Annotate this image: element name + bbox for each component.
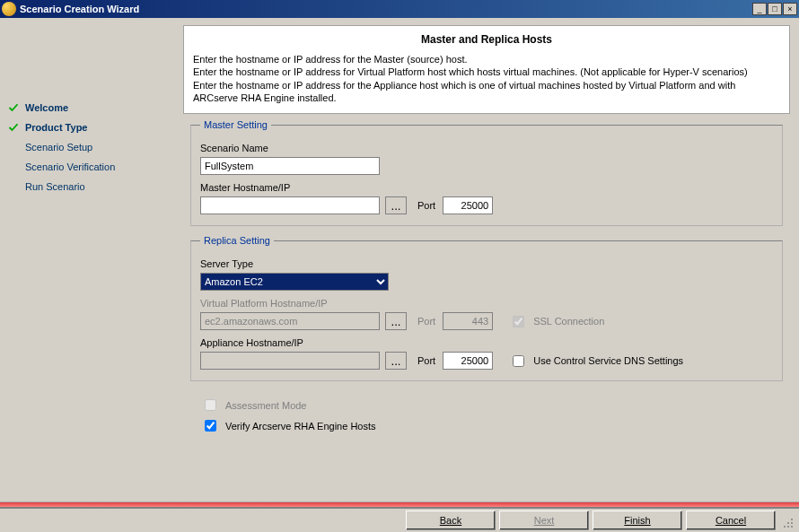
server-type-select[interactable]: Amazon EC2 — [200, 273, 389, 291]
verify-checkbox[interactable] — [205, 420, 216, 432]
app-browse-button[interactable]: ... — [385, 352, 407, 370]
master-legend: Master Setting — [200, 119, 271, 130]
replica-legend: Replica Setting — [200, 235, 274, 246]
vp-hostname-input — [200, 312, 380, 330]
scenario-name-label: Scenario Name — [200, 143, 773, 153]
sidebar-item-run-scenario: Run Scenario — [7, 178, 183, 196]
instruction-line: Enter the hostname or IP address for the… — [193, 53, 780, 65]
assessment-checkbox — [205, 399, 216, 411]
master-port-input[interactable] — [443, 196, 493, 214]
page-title: Master and Replica Hosts — [193, 33, 780, 46]
svg-point-4 — [787, 526, 789, 528]
app-hostname-label: Appliance Hostname/IP — [200, 337, 773, 348]
master-setting-group: Master Setting Scenario Name Master Host… — [190, 119, 783, 226]
ssl-label: SSL Connection — [533, 316, 604, 327]
sidebar-item-scenario-setup: Scenario Setup — [7, 138, 183, 156]
next-button: Next — [499, 510, 589, 530]
instruction-box: Master and Replica Hosts Enter the hostn… — [183, 25, 790, 114]
replica-setting-group: Replica Setting Server Type Amazon EC2 V… — [190, 235, 783, 381]
minimize-button[interactable]: _ — [752, 3, 767, 15]
app-port-label: Port — [417, 355, 435, 366]
window-title: Scenario Creation Wizard — [20, 4, 752, 14]
svg-point-0 — [791, 519, 793, 520]
instruction-line: Enter the hostname or IP address for the… — [193, 79, 780, 105]
dns-checkbox[interactable] — [513, 355, 524, 367]
app-port-input[interactable] — [443, 352, 493, 370]
master-browse-button[interactable]: ... — [385, 196, 407, 214]
dns-label: Use Control Service DNS Settings — [533, 355, 683, 366]
svg-point-5 — [791, 526, 793, 528]
finish-button[interactable]: Finish — [593, 510, 682, 530]
svg-point-3 — [784, 526, 786, 528]
content-pane: Master and Replica Hosts Enter the hostn… — [183, 18, 799, 501]
vp-browse-button[interactable]: ... — [385, 312, 407, 330]
master-hostname-input[interactable] — [200, 196, 380, 214]
ssl-checkbox — [513, 316, 524, 327]
close-button[interactable]: × — [783, 3, 797, 15]
verify-label: Verify Arcserve RHA Engine Hosts — [225, 421, 376, 432]
sidebar-item-label: Run Scenario — [25, 181, 85, 192]
sidebar-item-label: Scenario Verification — [25, 161, 115, 172]
titlebar: Scenario Creation Wizard _ □ × — [0, 0, 799, 18]
assessment-label: Assessment Mode — [225, 400, 306, 411]
sidebar-item-label: Scenario Setup — [25, 142, 92, 153]
back-button[interactable]: Back — [406, 510, 496, 530]
app-icon — [2, 2, 16, 16]
instruction-line: Enter the hostname or IP address for Vir… — [193, 65, 780, 78]
master-hostname-label: Master Hostname/IP — [200, 182, 773, 193]
app-hostname-input — [200, 352, 380, 370]
svg-point-1 — [787, 522, 789, 524]
svg-point-2 — [791, 522, 793, 524]
resize-grip[interactable] — [779, 510, 795, 530]
sidebar-item-welcome: Welcome — [7, 99, 183, 117]
sidebar-item-product-type: Product Type — [7, 118, 183, 136]
wizard-steps-sidebar: Welcome Product Type Scenario Setup Scen… — [0, 18, 183, 501]
maximize-button[interactable]: □ — [768, 3, 782, 15]
wizard-footer: Back Next Finish Cancel — [0, 507, 799, 532]
vp-port-label: Port — [417, 316, 435, 327]
server-type-label: Server Type — [200, 258, 773, 269]
master-port-label: Port — [417, 200, 435, 211]
check-icon — [7, 121, 20, 134]
vp-hostname-label: Virtual Platform Hostname/IP — [200, 298, 773, 309]
check-icon — [7, 101, 20, 114]
scenario-name-input[interactable] — [200, 157, 380, 175]
sidebar-item-label: Welcome — [25, 102, 68, 113]
sidebar-item-label: Product Type — [25, 122, 87, 133]
cancel-button[interactable]: Cancel — [686, 510, 776, 530]
vp-port-input — [443, 312, 493, 330]
sidebar-item-scenario-verification: Scenario Verification — [7, 158, 183, 176]
